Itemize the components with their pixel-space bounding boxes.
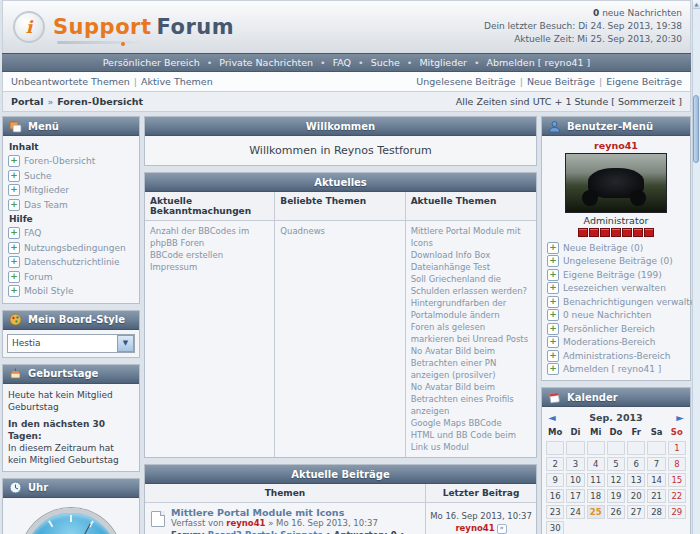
calendar-day-9[interactable]: 9 (546, 473, 564, 487)
calendar-day-16[interactable]: 16 (546, 489, 564, 503)
calendar-day-18[interactable]: 18 (587, 489, 605, 503)
news-link-google-maps-bbcode[interactable]: Google Maps BBCode (411, 417, 531, 429)
breadcrumb-portal[interactable]: Portal (11, 96, 43, 107)
calendar-day-13[interactable]: 13 (627, 473, 645, 487)
last-post-user[interactable]: reyno41 (455, 523, 494, 533)
calendar-day-14[interactable]: 14 (647, 473, 665, 487)
menu-item-mobil-style[interactable]: +Mobil Style (8, 284, 134, 299)
calendar-day-6[interactable]: 6 (627, 457, 645, 471)
news-link-soll-griechenland-die-schulden-erlassen-werden[interactable]: Soll Griechenland die Schulden erlassen … (411, 273, 531, 297)
menu-link-nutzungsbedingungen[interactable]: Nutzungsbedingungen (24, 243, 126, 253)
calendar-prev-icon[interactable]: ◄ (548, 412, 556, 423)
calendar-day-1[interactable]: 1 (668, 441, 686, 455)
forum-link-board3-portal-snippets[interactable]: Board3 Portal: Snippets (208, 530, 323, 534)
user-menu-link-administrations-bereich[interactable]: Administrations-Bereich (563, 351, 670, 361)
menu-item-datenschutzrichtlinie[interactable]: +Datenschutzrichtlinie (8, 255, 134, 270)
nav-abmelden-reyno41[interactable]: Abmelden [ reyno41 ] (487, 57, 591, 68)
calendar-day-26[interactable]: 26 (607, 505, 625, 519)
username[interactable]: reyno41 (547, 140, 685, 151)
nav-private-nachrichten[interactable]: Private Nachrichten (219, 57, 313, 68)
calendar-day-17[interactable]: 17 (566, 489, 584, 503)
menu-item-suche[interactable]: +Suche (8, 169, 134, 184)
menu-link-das-team[interactable]: Das Team (24, 200, 68, 210)
user-menu-link-ungelesene-beiträge-0[interactable]: Ungelesene Beiträge (0) (563, 256, 673, 266)
nav-persönlicher-bereich[interactable]: Persönlicher Bereich (103, 57, 200, 68)
scrollbar-up-icon[interactable]: ▲ (693, 0, 700, 9)
menu-link-forum[interactable]: Forum (24, 272, 53, 282)
news-link-impressum[interactable]: Impressum (150, 261, 269, 273)
nav-faq[interactable]: FAQ (333, 57, 351, 68)
menu-link-faq[interactable]: FAQ (24, 228, 41, 238)
news-link-dateianhänge-test[interactable]: Dateianhänge Test (411, 261, 531, 273)
calendar-day-3[interactable]: 3 (566, 457, 584, 471)
user-menu-link-moderations-bereich[interactable]: Moderations-Bereich (563, 337, 656, 347)
menu-item-nutzungsbedingungen[interactable]: +Nutzungsbedingungen (8, 241, 134, 256)
calendar-day-30[interactable]: 30 (546, 521, 564, 534)
user-menu-link-lesezeichen-verwalten[interactable]: Lesezeichen verwalten (563, 283, 666, 293)
menu-link-foren-übersicht[interactable]: Foren-Übersicht (24, 156, 95, 166)
news-link-quadnews[interactable]: Quadnews (280, 225, 399, 237)
user-menu-item-eigene-beiträge-199[interactable]: +Eigene Beiträge (199) (547, 268, 685, 282)
user-menu-item-lesezeichen-verwalten[interactable]: +Lesezeichen verwalten (547, 282, 685, 296)
user-menu-item-administrations-bereich[interactable]: +Administrations-Bereich (547, 349, 685, 363)
news-link-no-avatar-bild-beim-betrachten-einer-pn-anzeigen-prosilver[interactable]: No Avatar Bild beim Betrachten einer PN … (411, 345, 531, 381)
menu-item-mitglieder[interactable]: +Mitglieder (8, 183, 134, 198)
user-menu-link-benachrichtigungen-verwalten[interactable]: Benachrichtigungen verwalten (563, 297, 700, 307)
calendar-day-8[interactable]: 8 (668, 457, 686, 471)
subnav-aktive-themen[interactable]: Aktive Themen (141, 76, 213, 87)
news-link-bbcode-erstellen[interactable]: BBCode erstellen (150, 249, 269, 261)
author-link[interactable]: reyno41 (226, 518, 265, 528)
calendar-day-25[interactable]: 25 (587, 505, 605, 519)
user-menu-link-persönlicher-bereich[interactable]: Persönlicher Bereich (563, 324, 655, 334)
forum-logo[interactable]: i SupportForum (3, 1, 234, 53)
subnav-neue-beiträge[interactable]: Neue Beiträge (527, 76, 595, 87)
calendar-day-21[interactable]: 21 (647, 489, 665, 503)
user-menu-link-eigene-beiträge-199[interactable]: Eigene Beiträge (199) (563, 270, 662, 280)
subnav-unbeantwortete-themen[interactable]: Unbeantwortete Themen (11, 76, 130, 87)
calendar-day-5[interactable]: 5 (607, 457, 625, 471)
nav-suche[interactable]: Suche (371, 57, 400, 68)
news-link-anzahl-der-bbcodes-im-phpbb-foren[interactable]: Anzahl der BBCodes im phpBB Foren (150, 225, 269, 249)
subnav-ungelesene-beiträge[interactable]: Ungelesene Beiträge (416, 76, 515, 87)
calendar-day-24[interactable]: 24 (566, 505, 584, 519)
user-menu-link-abmelden-reyno41[interactable]: Abmelden [ reyno41 ] (563, 364, 661, 374)
news-link-html-und-bb-code-beim-link-us-modul[interactable]: HTML und BB Code beim Link us Modul (411, 429, 531, 453)
calendar-day-7[interactable]: 7 (647, 457, 665, 471)
calendar-day-12[interactable]: 12 (607, 473, 625, 487)
style-select[interactable]: Hestia ▼ (7, 334, 135, 353)
menu-item-das-team[interactable]: +Das Team (8, 198, 134, 213)
calendar-day-28[interactable]: 28 (647, 505, 665, 519)
calendar-day-27[interactable]: 27 (627, 505, 645, 519)
goto-last-post-icon[interactable]: » (497, 524, 507, 534)
scrollbar-thumb[interactable] (693, 95, 699, 163)
calendar-day-15[interactable]: 15 (668, 473, 686, 487)
user-menu-item-benachrichtigungen-verwalten[interactable]: +Benachrichtigungen verwalten (547, 295, 685, 309)
calendar-day-23[interactable]: 23 (546, 505, 564, 519)
user-menu-link-neue-beiträge-0[interactable]: Neue Beiträge (0) (563, 243, 643, 253)
menu-link-mobil-style[interactable]: Mobil Style (24, 286, 73, 296)
calendar-day-2[interactable]: 2 (546, 457, 564, 471)
news-link-foren-als-gelesen-markieren-bei-unread-posts[interactable]: Foren als gelesen markieren bei Unread P… (411, 321, 531, 345)
calendar-day-22[interactable]: 22 (668, 489, 686, 503)
calendar-day-10[interactable]: 10 (566, 473, 584, 487)
user-menu-item-persönlicher-bereich[interactable]: +Persönlicher Bereich (547, 322, 685, 336)
calendar-day-11[interactable]: 11 (587, 473, 605, 487)
nav-mitglieder[interactable]: Mitglieder (419, 57, 467, 68)
news-link-mittlere-portal-module-mit-icons[interactable]: Mittlere Portal Module mit Icons (411, 225, 531, 249)
user-menu-link-0-neue-nachrichten[interactable]: 0 neue Nachrichten (563, 310, 651, 320)
menu-link-datenschutzrichtlinie[interactable]: Datenschutzrichtlinie (24, 257, 120, 267)
menu-item-foren-übersicht[interactable]: +Foren-Übersicht (8, 154, 134, 169)
chevron-down-icon[interactable]: ▼ (117, 335, 134, 352)
user-menu-item-0-neue-nachrichten[interactable]: +0 neue Nachrichten (547, 309, 685, 323)
calendar-day-19[interactable]: 19 (607, 489, 625, 503)
user-menu-item-ungelesene-beiträge-0[interactable]: +Ungelesene Beiträge (0) (547, 255, 685, 269)
scrollbar[interactable]: ▲ (692, 0, 700, 534)
topic-title[interactable]: Mittlere Portal Module mit Icons (171, 507, 421, 518)
news-link-download-info-box[interactable]: Download Info Box (411, 249, 531, 261)
user-menu-item-neue-beiträge-0[interactable]: +Neue Beiträge (0) (547, 241, 685, 255)
calendar-next-icon[interactable]: ► (676, 412, 684, 423)
news-link-hintergrundfarben-der-portalmodule-ändern[interactable]: Hintergrundfarben der Portalmodule änder… (411, 297, 531, 321)
topic-link-mittlere-portal-module-mit-icons[interactable]: Mittlere Portal Module mit Icons (171, 507, 344, 518)
calendar-day-20[interactable]: 20 (627, 489, 645, 503)
breadcrumb-page[interactable]: Foren-Übersicht (57, 96, 143, 107)
